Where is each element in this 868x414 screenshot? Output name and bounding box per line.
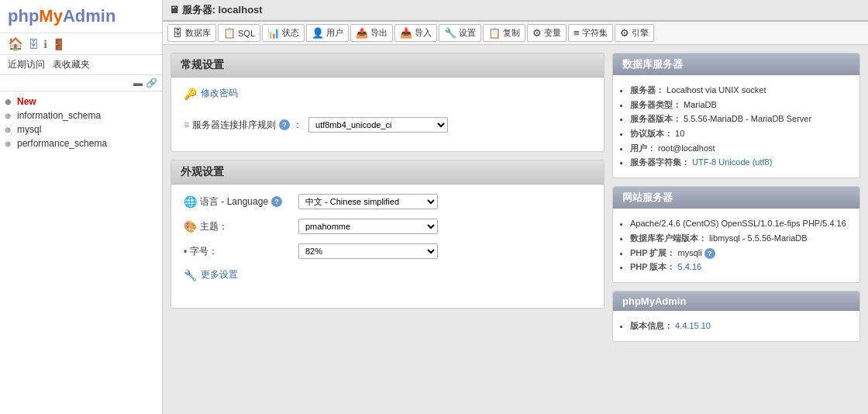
modify-password-row: 🔑 修改密码 <box>184 87 591 108</box>
favorites-link[interactable]: 表收藏夹 <box>53 58 90 71</box>
appearance-settings-card: 外观设置 🌐 语言 - Language ? 中文 - Chinese simp… <box>170 160 604 309</box>
link-icon[interactable]: 🔗 <box>146 78 157 88</box>
list-item: 版本信息： 4.4.15.10 <box>630 319 852 333</box>
list-item-key: PHP 版本： <box>630 262 675 271</box>
export-btn-label: 导出 <box>370 27 388 39</box>
list-item: PHP 版本： 5.4.16 <box>630 260 852 274</box>
theme-icon: 🎨 <box>184 220 197 233</box>
theme-row: 🎨 主题： pmahommeoriginal <box>184 219 591 234</box>
more-settings-link[interactable]: 🔧 更多设置 <box>184 268 238 281</box>
toolbar-btn-variables[interactable]: ⚙ 变量 <box>527 24 567 42</box>
key-icon: 🔑 <box>184 88 197 100</box>
recent-link[interactable]: 近期访问 <box>8 58 45 71</box>
list-item: Apache/2.4.6 (CentOS) OpenSSL/1.0.1e-fip… <box>630 216 852 231</box>
toolbar-btn-database[interactable]: 🗄 数据库 <box>167 24 216 42</box>
theme-select[interactable]: pmahommeoriginal <box>298 219 438 234</box>
db-item-performance-schema[interactable]: ⊕ performance_schema <box>0 136 162 150</box>
exit-icon[interactable]: 🚪 <box>52 38 65 50</box>
language-label: 🌐 语言 - Language ? <box>184 195 292 209</box>
list-item-value: 10 <box>675 129 684 138</box>
sql-btn-icon: 📋 <box>223 27 236 39</box>
mysqli-help-icon[interactable]: ? <box>704 248 715 259</box>
collation-label: ≡ 服务器连接排序规则 ? ： <box>184 119 302 132</box>
page-title: 🖥 服务器: localhost <box>169 3 263 17</box>
more-settings-row: 🔧 更多设置 <box>184 268 591 289</box>
collation-icon: ≡ <box>184 119 189 130</box>
toolbar-btn-import[interactable]: 📥 导入 <box>394 24 437 42</box>
general-settings-header: 常规设置 <box>171 53 604 78</box>
list-item-key: 服务器类型： <box>630 100 681 109</box>
server-icon: 🖥 <box>169 4 179 16</box>
language-label-text: 语言 - Language <box>200 195 268 209</box>
language-help-icon[interactable]: ? <box>271 196 282 207</box>
theme-label: 🎨 主题： <box>184 220 292 233</box>
list-item-value: 4.4.15.10 <box>675 321 711 330</box>
toolbar-btn-settings[interactable]: 🔧 设置 <box>439 24 481 42</box>
charset-btn-icon: ≡ <box>574 27 580 39</box>
topbar: 🖥 服务器: localhost <box>163 0 868 22</box>
wrench-icon: 🔧 <box>184 269 197 281</box>
copy-btn-label: 复制 <box>503 27 520 39</box>
list-item-key: 服务器字符集： <box>630 157 690 167</box>
expand-icon-is: ⊕ <box>5 112 14 120</box>
list-item-value: Apache/2.4.6 (CentOS) OpenSSL/1.0.1e-fip… <box>630 219 846 228</box>
phpmyadmin-list: 版本信息： 4.4.15.10 <box>613 311 859 341</box>
list-item: 数据库客户端版本： libmysql - 5.5.56-MariaDB <box>630 231 852 246</box>
db-server-list: 服务器： Localhost via UNIX socket 服务器类型： Ma… <box>613 75 859 178</box>
collation-select[interactable]: utf8mb4_unicode_ciutf8_general_cilatin1_… <box>308 117 448 133</box>
toolbar-btn-export[interactable]: 📤 导出 <box>350 24 393 42</box>
toolbar-btn-engines[interactable]: ⚙ 引擎 <box>615 24 654 42</box>
settings-btn-label: 设置 <box>459 27 476 39</box>
list-item: 服务器字符集： UTF-8 Unicode (utf8) <box>630 155 852 170</box>
list-item-value: root@localhost <box>658 143 715 153</box>
general-settings-body: 🔑 修改密码 ≡ 服务器连接排序规则 ? ： utf8mb4_unicode_c… <box>171 78 604 151</box>
phpmyadmin-title: phpMyAdmin <box>622 295 686 307</box>
modify-password-link[interactable]: 🔑 修改密码 <box>184 87 238 100</box>
server-title-text: 服务器: localhost <box>182 4 263 16</box>
db-item-new[interactable]: ⊕ New <box>0 95 162 109</box>
app-logo: phpMyAdmin <box>8 6 115 26</box>
database-btn-icon: 🗄 <box>173 27 183 39</box>
sql-btn-label: SQL <box>238 29 255 38</box>
toolbar-btn-copy[interactable]: 📋 复制 <box>483 24 525 42</box>
sidebar: phpMyAdmin 🏠 🗄 ℹ 🚪 近期访问 表收藏夹 ▬ 🔗 ⊕ New ⊕… <box>0 0 163 414</box>
logo-php: php <box>8 6 39 26</box>
web-server-card: 网站服务器 Apache/2.4.6 (CentOS) OpenSSL/1.0.… <box>612 186 860 283</box>
database-icon[interactable]: 🗄 <box>28 38 39 50</box>
language-row: 🌐 语言 - Language ? 中文 - Chinese simplifie… <box>184 194 591 209</box>
list-item: PHP 扩展： mysqli ? <box>630 246 852 260</box>
status-btn-label: 状态 <box>282 27 299 39</box>
collapse-all-icon[interactable]: ▬ <box>133 78 143 88</box>
toolbar-btn-charset[interactable]: ≡ 字符集 <box>568 24 613 42</box>
collation-help-icon[interactable]: ? <box>279 119 290 130</box>
list-item: 用户： root@localhost <box>630 141 852 156</box>
home-icon[interactable]: 🏠 <box>8 36 23 51</box>
logo-admin: Admin <box>63 6 115 26</box>
db-label-mysql: mysql <box>17 124 41 135</box>
info-icon[interactable]: ℹ <box>43 38 47 50</box>
fontsize-row: • 字号： 82%100%120% <box>184 243 591 259</box>
toolbar-btn-sql[interactable]: 📋 SQL <box>218 24 260 42</box>
appearance-settings-header: 外观设置 <box>171 160 604 185</box>
copy-btn-icon: 📋 <box>488 27 501 39</box>
db-label-new: New <box>17 96 36 107</box>
db-label-performance-schema: performance_schema <box>17 138 107 149</box>
engines-btn-icon: ⚙ <box>620 27 629 39</box>
export-btn-icon: 📤 <box>356 27 368 39</box>
db-item-mysql[interactable]: ⊕ mysql <box>0 122 162 136</box>
fontsize-label-text: 字号： <box>190 245 218 258</box>
expand-icon-mysql: ⊕ <box>5 126 14 134</box>
language-select[interactable]: 中文 - Chinese simplifiedEnglish <box>298 194 438 209</box>
variables-btn-icon: ⚙ <box>532 27 542 39</box>
list-item-value: MariaDB <box>684 100 717 109</box>
users-btn-icon: 👤 <box>312 27 324 39</box>
toolbar-btn-status[interactable]: 📊 状态 <box>262 24 305 42</box>
web-server-list: Apache/2.4.6 (CentOS) OpenSSL/1.0.1e-fip… <box>613 209 859 282</box>
toolbar-btn-users[interactable]: 👤 用户 <box>306 24 349 42</box>
db-item-information-schema[interactable]: ⊕ information_schema <box>0 109 162 122</box>
fontsize-select[interactable]: 82%100%120% <box>298 243 438 259</box>
list-item: 服务器： Localhost via UNIX socket <box>630 83 852 98</box>
logo-area: phpMyAdmin <box>0 0 162 33</box>
list-item-key: 版本信息： <box>630 321 673 330</box>
sidebar-controls: ▬ 🔗 <box>0 75 162 91</box>
